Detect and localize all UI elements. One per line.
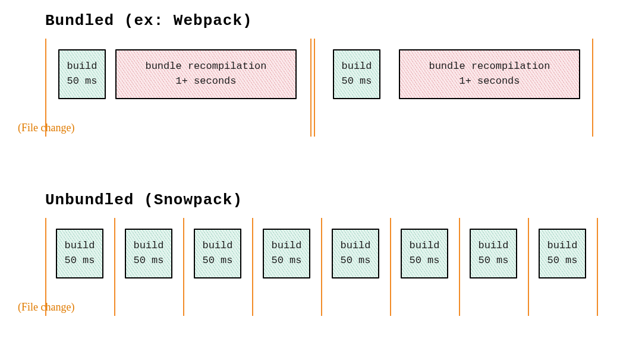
- build-label-line1: build: [271, 239, 301, 254]
- build-label-line1: build: [341, 59, 372, 74]
- build-label-line1: build: [409, 239, 439, 254]
- bundle-label-line1: bundle recompilation: [429, 59, 550, 74]
- timeline-divider: [252, 218, 253, 316]
- file-change-label: (File change): [18, 301, 74, 314]
- build-box: build 50 ms: [125, 229, 172, 278]
- build-label-line1: build: [133, 239, 163, 254]
- build-label-line1: build: [478, 239, 508, 254]
- build-box: build 50 ms: [539, 229, 586, 278]
- timeline-divider: [310, 39, 311, 137]
- build-box: build 50 ms: [194, 229, 241, 278]
- build-label-line2: 50 ms: [478, 254, 508, 268]
- build-label-line1: build: [67, 59, 97, 74]
- bundle-label-line2: 1+ seconds: [459, 74, 520, 89]
- bundled-title: Bundled (ex: Webpack): [45, 12, 642, 30]
- bundled-section: Bundled (ex: Webpack) build 50 ms bundle…: [0, 12, 642, 137]
- bundle-label-line1: bundle recompilation: [145, 59, 266, 74]
- timeline-divider: [459, 218, 460, 316]
- timeline-divider: [528, 218, 529, 316]
- build-label-line1: build: [64, 239, 95, 254]
- unbundled-timeline: build 50 ms build 50 ms build 50 ms buil…: [0, 218, 642, 316]
- build-label-line1: build: [547, 239, 577, 254]
- timeline-divider: [321, 218, 322, 316]
- build-box: build 50 ms: [470, 229, 517, 278]
- build-box: build 50 ms: [263, 229, 310, 278]
- timeline-divider: [390, 218, 391, 316]
- build-box: build 50 ms: [401, 229, 448, 278]
- build-label-line2: 50 ms: [341, 74, 372, 89]
- build-label-line2: 50 ms: [64, 254, 95, 268]
- bundle-label-line2: 1+ seconds: [175, 74, 236, 89]
- build-label-line2: 50 ms: [340, 254, 370, 268]
- build-label-line2: 50 ms: [67, 74, 97, 89]
- build-label-line2: 50 ms: [133, 254, 163, 268]
- timeline-divider: [114, 218, 115, 316]
- bundle-box: bundle recompilation 1+ seconds: [115, 49, 297, 99]
- build-box: build 50 ms: [333, 49, 380, 99]
- timeline-divider: [183, 218, 184, 316]
- bundle-box: bundle recompilation 1+ seconds: [399, 49, 580, 99]
- timeline-divider: [314, 39, 315, 137]
- unbundled-title: Unbundled (Snowpack): [45, 191, 642, 209]
- file-change-label: (File change): [18, 122, 74, 134]
- build-box: build 50 ms: [56, 229, 103, 278]
- bundled-timeline: build 50 ms bundle recompilation 1+ seco…: [0, 39, 642, 137]
- build-label-line1: build: [202, 239, 232, 254]
- build-label-line2: 50 ms: [271, 254, 301, 268]
- build-box: build 50 ms: [332, 229, 379, 278]
- build-box: build 50 ms: [58, 49, 106, 99]
- timeline-divider: [597, 218, 598, 316]
- build-label-line1: build: [340, 239, 370, 254]
- unbundled-section: Unbundled (Snowpack) build 50 ms build 5…: [0, 191, 642, 316]
- build-label-line2: 50 ms: [202, 254, 232, 268]
- timeline-divider: [592, 39, 593, 137]
- build-label-line2: 50 ms: [547, 254, 577, 268]
- build-label-line2: 50 ms: [409, 254, 439, 268]
